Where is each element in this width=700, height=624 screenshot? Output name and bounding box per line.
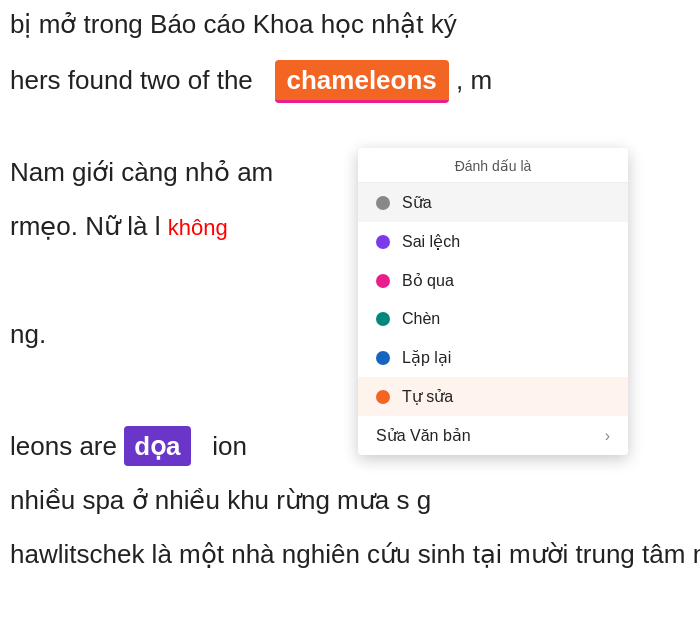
- text-line-1-content: bị mở trong Báo cáo Khoa học nhật ký: [10, 9, 457, 39]
- dot-purple-icon: [376, 235, 390, 249]
- dropdown-item-sai-lech[interactable]: Sai lệch: [358, 222, 628, 261]
- page-content: bị mở trong Báo cáo Khoa học nhật ký her…: [0, 0, 700, 624]
- dropdown-item-sai-lech-label: Sai lệch: [402, 232, 460, 251]
- dropdown-item-bo-qua-label: Bỏ qua: [402, 271, 454, 290]
- text-line-4: rmẹo. Nữ là l không: [0, 202, 360, 250]
- text-line-3-content: Nam giới càng nhỏ: [10, 157, 230, 187]
- text-after-doa: ion: [212, 431, 247, 461]
- text-before-chameleons: hers found two of the: [10, 65, 253, 95]
- text-line-3: Nam giới càng nhỏ am: [0, 148, 360, 196]
- dropdown-item-lap-lai-label: Lặp lại: [402, 348, 451, 367]
- dot-gray-icon: [376, 196, 390, 210]
- dropdown-item-sua-van-ban-label: Sửa Văn bản: [376, 426, 471, 445]
- text-line-7: nhiều spa ở nhiều khu rừng mưa s g: [0, 476, 700, 524]
- dropdown-item-bo-qua[interactable]: Bỏ qua: [358, 261, 628, 300]
- dropdown-item-tu-sua-label: Tự sửa: [402, 387, 453, 406]
- text-before-doa: leons are: [10, 431, 124, 461]
- text-line-4-suffix: không: [168, 215, 228, 240]
- text-line-8-content: hawlitschek là một nhà nghiên cứu sinh t…: [10, 539, 685, 569]
- doa-highlight[interactable]: dọa: [124, 426, 190, 466]
- dropdown-item-chen-label: Chèn: [402, 310, 440, 328]
- text-line-1: bị mở trong Báo cáo Khoa học nhật ký: [0, 0, 700, 48]
- dot-orange-icon: [376, 390, 390, 404]
- dot-blue-icon: [376, 351, 390, 365]
- dot-pink-icon: [376, 274, 390, 288]
- dropdown-item-sua-label: Sữa: [402, 193, 432, 212]
- text-line-3-suffix: am: [237, 157, 273, 187]
- text-line-8: hawlitschek là một nhà nghiên cứu sinh t…: [0, 530, 700, 578]
- text-line-2: hers found two of the chameleons , m: [0, 54, 700, 109]
- dropdown-item-sua-van-ban[interactable]: Sửa Văn bản ›: [358, 416, 628, 455]
- dropdown-item-sua[interactable]: Sữa: [358, 183, 628, 222]
- dropdown-item-tu-sua[interactable]: Tự sửa: [358, 377, 628, 416]
- text-line-7-content: nhiều spa ở nhiều khu rừng mưa: [10, 485, 389, 515]
- text-after-chameleons: , m: [456, 65, 492, 95]
- dropdown-item-lap-lai[interactable]: Lặp lại: [358, 338, 628, 377]
- dropdown-header: Đánh dấu là: [358, 148, 628, 183]
- text-line-8-suffix: n: [693, 539, 700, 569]
- dropdown-menu: Đánh dấu là Sữa Sai lệch Bỏ qua Chèn Lặp…: [358, 148, 628, 455]
- chameleons-highlight[interactable]: chameleons: [275, 60, 449, 103]
- dropdown-item-chen[interactable]: Chèn: [358, 300, 628, 338]
- chevron-right-icon: ›: [605, 427, 610, 445]
- text-line-4-content: rmẹo. Nữ là l: [10, 211, 160, 241]
- text-line-7-suffix: s g: [396, 485, 431, 515]
- dot-teal-icon: [376, 312, 390, 326]
- text-line-5-content: ng.: [10, 319, 46, 349]
